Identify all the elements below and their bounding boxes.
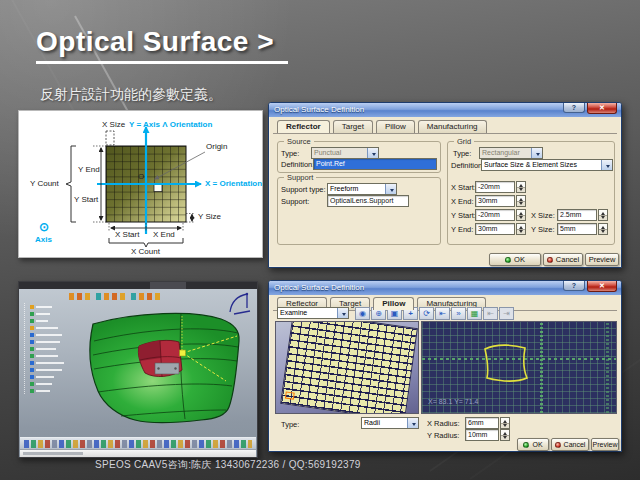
part-icon bbox=[30, 305, 34, 309]
catia-toolbar-icons[interactable] bbox=[69, 293, 161, 300]
x-size-field[interactable]: 2.5mm bbox=[557, 209, 597, 221]
go-next-icon[interactable]: » bbox=[451, 307, 466, 320]
tab-pillow[interactable]: Pillow bbox=[373, 297, 414, 310]
source-legend: Source bbox=[284, 137, 314, 146]
y-radius-spinner[interactable] bbox=[500, 429, 510, 441]
preview-button[interactable]: Preview bbox=[591, 438, 619, 451]
cancel-icon bbox=[555, 442, 561, 448]
x-end-label: X End bbox=[153, 230, 175, 239]
grid-legend: Grid bbox=[454, 137, 474, 146]
selected-origin-marker bbox=[180, 350, 186, 356]
globe-icon[interactable]: ◉ bbox=[355, 307, 370, 320]
ok-icon bbox=[505, 257, 511, 263]
preview-button[interactable]: Preview bbox=[585, 253, 619, 266]
x-end-field[interactable]: 30mm bbox=[475, 195, 515, 207]
cursor-coordinates: X= 83.1 Y= 71.4 bbox=[428, 398, 478, 405]
curve-icon bbox=[30, 382, 34, 386]
x-radius-field[interactable]: 6mm bbox=[465, 417, 499, 429]
cancel-label: Cancel bbox=[556, 255, 579, 264]
profile-viewport[interactable]: X= 83.1 Y= 71.4 bbox=[421, 321, 617, 414]
point-icon bbox=[30, 354, 34, 358]
support-label: Support: bbox=[281, 197, 309, 206]
grid-parameter-diagram: X Size Y = Axis Λ Orientation Origin O X… bbox=[18, 110, 263, 258]
view-mode-combo[interactable]: Examine bbox=[277, 307, 349, 319]
close-icon[interactable]: ✕ bbox=[587, 103, 617, 114]
vertical-axis-dashes bbox=[606, 322, 609, 413]
axis-label: Axis bbox=[35, 235, 52, 244]
tab-target[interactable]: Target bbox=[333, 120, 373, 133]
origin-label: Origin bbox=[206, 142, 227, 151]
y-size-field[interactable]: 5mm bbox=[557, 223, 597, 235]
help-icon[interactable]: ? bbox=[563, 281, 585, 291]
catia-titlebar bbox=[19, 282, 257, 289]
x-axis-label: X = Orientation bbox=[205, 179, 262, 188]
origin-point-label: O bbox=[138, 172, 144, 181]
x-start-field[interactable]: -20mm bbox=[475, 181, 515, 193]
prev-disabled-icon: ⇤ bbox=[483, 307, 498, 320]
tab-manufacturing[interactable]: Manufacturing bbox=[418, 120, 487, 133]
x-size-spinner[interactable] bbox=[598, 209, 608, 221]
surface-outline bbox=[480, 342, 532, 386]
catia-status-bar bbox=[20, 449, 256, 457]
ok-button[interactable]: OK bbox=[489, 253, 541, 266]
vertical-axis-dashes bbox=[540, 322, 543, 413]
ok-button[interactable]: OK bbox=[517, 438, 549, 451]
contact-footer: SPEOS CAAV5咨询:陈庆 13430672236 / QQ:569192… bbox=[95, 458, 361, 472]
source-definition-field[interactable]: Point.Ref bbox=[313, 158, 437, 170]
dialog-titlebar[interactable]: Optical Surface Definition ? ✕ bbox=[269, 281, 621, 295]
curve-icon bbox=[30, 389, 34, 393]
preview-label: Preview bbox=[589, 255, 616, 264]
y-end-label: Y End: bbox=[451, 225, 473, 234]
slide-background: Optical Surface > 反射片設計功能的參數定義。 bbox=[0, 0, 640, 480]
grid-definition-combo[interactable]: Surface Size & Element Sizes bbox=[481, 159, 613, 171]
x-start-label: X Start: bbox=[451, 183, 476, 192]
dialog-tabs: Reflector Target Pillow Manufacturing bbox=[277, 120, 490, 133]
y-size-label: Y Size: bbox=[531, 225, 555, 234]
catia-compass[interactable] bbox=[227, 291, 253, 317]
type-combo[interactable]: Radii bbox=[361, 417, 419, 429]
y-start-field[interactable]: -20mm bbox=[475, 209, 515, 221]
rotate-icon[interactable]: ⟳ bbox=[419, 307, 434, 320]
cancel-button[interactable]: Cancel bbox=[551, 438, 589, 451]
cancel-label: Cancel bbox=[564, 441, 586, 448]
surface-icon bbox=[30, 340, 34, 344]
tab-reflector[interactable]: Reflector bbox=[277, 120, 330, 133]
catia-bottom-toolbar[interactable] bbox=[20, 437, 256, 449]
y-size-label: Y Size bbox=[198, 212, 221, 221]
car-rear-panel-3d-view[interactable] bbox=[63, 308, 253, 440]
y-end-field[interactable]: 30mm bbox=[475, 223, 515, 235]
plane-icon bbox=[30, 319, 34, 323]
x-radius-label: X Radius: bbox=[427, 419, 460, 428]
tab-pillow[interactable]: Pillow bbox=[376, 120, 415, 133]
x-radius-spinner[interactable] bbox=[500, 417, 510, 429]
extract-icon bbox=[30, 375, 34, 379]
x-start-spinner[interactable] bbox=[516, 181, 526, 193]
dialog-title: Optical Surface Definition bbox=[274, 281, 364, 295]
x-size-label: X Size bbox=[102, 120, 125, 129]
help-icon[interactable]: ? bbox=[563, 103, 585, 113]
y-end-spinner[interactable] bbox=[516, 223, 526, 235]
support-type-combo[interactable]: Freeform bbox=[327, 183, 397, 195]
catia-3d-window[interactable] bbox=[18, 281, 258, 458]
y-size-spinner[interactable] bbox=[598, 223, 608, 235]
body-icon bbox=[30, 326, 34, 330]
dialog-titlebar[interactable]: Optical Surface Definition ? ✕ bbox=[269, 103, 621, 117]
go-first-icon[interactable]: ⇤ bbox=[435, 307, 450, 320]
mesh-preview-viewport[interactable] bbox=[275, 321, 419, 414]
y-axis-label: Y = Axis Λ Orientation bbox=[129, 120, 212, 129]
y-radius-field[interactable]: 10mm bbox=[465, 429, 499, 441]
optical-surface-definition-dialog: Optical Surface Definition ? ✕ Reflector… bbox=[268, 102, 622, 268]
ok-label: OK bbox=[532, 441, 542, 448]
cancel-button[interactable]: Cancel bbox=[543, 253, 583, 266]
type-label: Type: bbox=[281, 420, 299, 429]
y-count-label: Y Count bbox=[30, 179, 59, 188]
grid-cells-icon[interactable]: ▦ bbox=[467, 307, 482, 320]
close-icon[interactable]: ✕ bbox=[587, 281, 617, 292]
x-end-spinner[interactable] bbox=[516, 195, 526, 207]
support-field[interactable]: OpticalLens.Support bbox=[327, 195, 409, 207]
support-type-label: Support type: bbox=[281, 185, 326, 194]
plate-dot bbox=[174, 367, 176, 369]
axis-icon: ⊙ bbox=[39, 220, 49, 234]
y-start-spinner[interactable] bbox=[516, 209, 526, 221]
source-definition-label: Definition: bbox=[281, 160, 314, 169]
